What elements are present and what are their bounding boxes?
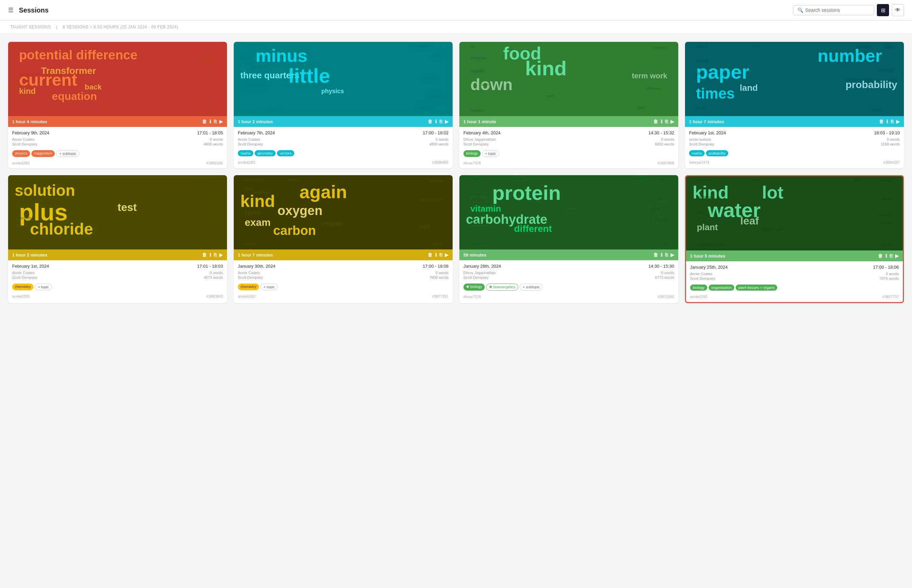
trash-icon[interactable]: 🗑 <box>653 119 658 124</box>
session-id: #3871550 <box>658 295 674 299</box>
student-words: 7908 words <box>429 275 449 279</box>
tag[interactable]: biology <box>690 284 707 291</box>
session-users: Dhruv Jagannathan 0 words Scott Dempsey … <box>463 271 674 279</box>
tag[interactable]: ✱ biology <box>463 284 485 291</box>
info-icon[interactable]: ℹ <box>886 119 888 124</box>
session-bar-icons: 🗑 ℹ ⎘ ▶ <box>428 119 449 124</box>
info-icon[interactable]: ℹ <box>435 119 437 124</box>
tag[interactable]: + subtopic <box>56 150 79 157</box>
tag[interactable]: probability <box>706 150 728 156</box>
play-icon[interactable]: ▶ <box>671 119 674 124</box>
search-input[interactable] <box>805 7 870 13</box>
tag[interactable]: chemistry <box>12 284 34 290</box>
play-icon[interactable]: ▶ <box>896 119 900 124</box>
play-icon[interactable]: ▶ <box>219 119 223 124</box>
session-meta: January 28th, 2024 14:30 - 15:30 Dhruv J… <box>459 260 678 281</box>
session-card-7[interactable]: kind water often down protein enzyme glu… <box>459 175 678 303</box>
info-icon[interactable]: ℹ <box>209 252 211 258</box>
session-date: February 7th, 2024 <box>238 130 275 136</box>
teacher-words: 0 words <box>210 271 223 275</box>
share-icon[interactable]: ⎘ <box>439 252 442 258</box>
tag[interactable]: + subtopic <box>520 284 543 291</box>
session-user-handle: dhruv7576 <box>463 161 481 165</box>
tag[interactable]: biology <box>463 150 481 157</box>
header: ☰ Sessions 🔍 ⊞ 👁 <box>0 0 912 21</box>
list-view-button[interactable]: 👁 <box>892 4 904 16</box>
teacher-words: 0 words <box>886 272 899 276</box>
tag[interactable]: + topic <box>482 150 499 157</box>
session-tags: ✱ biology✱ bioenergetics+ subtopic <box>459 281 678 293</box>
session-card-1[interactable]: magnetic field electron potential differ… <box>8 42 227 168</box>
student-words: 6773 words <box>655 275 674 279</box>
tag[interactable]: magnetism <box>31 150 55 157</box>
share-icon[interactable]: ⎘ <box>665 252 668 258</box>
trash-icon[interactable]: 🗑 <box>878 253 883 258</box>
info-icon[interactable]: ℹ <box>661 252 663 258</box>
trash-icon[interactable]: 🗑 <box>202 252 207 258</box>
teacher-name: Annie Coates <box>12 137 34 141</box>
tag[interactable]: + topic <box>35 284 52 290</box>
share-icon[interactable]: ⎘ <box>214 252 217 258</box>
play-icon[interactable]: ▶ <box>445 119 449 124</box>
trash-icon[interactable]: 🗑 <box>428 252 433 258</box>
share-icon[interactable]: ⎘ <box>891 119 893 124</box>
session-student: Scott Dempsey 1198 words <box>689 142 900 146</box>
teacher-name: Annie Coates <box>690 272 713 276</box>
header-actions: ⊞ 👁 <box>877 4 904 16</box>
student-name: Scott Dempsey <box>463 142 489 146</box>
info-icon[interactable]: ℹ <box>209 119 211 124</box>
session-users: Annie Coates 0 words Scott Dempsey 4574 … <box>12 271 223 279</box>
session-date: February 9th, 2024 <box>12 130 49 136</box>
tag[interactable]: chemistry <box>238 284 259 290</box>
grid-view-button[interactable]: ⊞ <box>877 4 889 16</box>
session-card-6[interactable]: advantage metal bacteria again paper con… <box>234 175 453 303</box>
tag[interactable]: ✱ bioenergetics <box>486 284 518 291</box>
subheader: TAUGHT SESSIONS | 8 SESSIONS = 8.52 HOUR… <box>0 21 912 34</box>
tag[interactable]: physics <box>12 150 30 157</box>
session-meta: January 25th, 2024 17:00 - 18:06 Annie C… <box>686 261 903 282</box>
student-name: Scott Dempsey <box>689 142 714 146</box>
session-id: #3877351 <box>432 294 449 298</box>
info-icon[interactable]: ℹ <box>885 253 887 258</box>
tag[interactable]: organisation <box>709 284 734 291</box>
info-icon[interactable]: ℹ <box>661 119 663 124</box>
play-icon[interactable]: ▶ <box>895 253 899 258</box>
session-meta: February 7th, 2024 17:00 - 18:02 Annie C… <box>234 127 453 147</box>
tag[interactable]: + topic <box>261 284 278 290</box>
tag[interactable]: maths <box>238 150 253 156</box>
student-words: 4574 words <box>204 275 223 279</box>
tag[interactable]: vectors <box>277 150 294 156</box>
tag[interactable]: geometry <box>255 150 275 156</box>
wordcloud: magnetic field electron potential differ… <box>8 42 227 116</box>
trash-icon[interactable]: 🗑 <box>202 119 207 124</box>
session-card-5[interactable]: hydrochloric acid mark solution ions aci… <box>8 175 227 303</box>
tag[interactable]: maths <box>689 150 705 156</box>
teacher-words: 0 words <box>436 137 449 141</box>
session-date-time: February 1st, 2024 17:01 - 18:03 <box>12 263 223 269</box>
wordcloud: hydrochloric acid mark solution ions aci… <box>8 175 227 249</box>
session-card-3[interactable]: lot food produce enzyme kind down again … <box>459 42 678 168</box>
session-users: Annie Coates 0 words Scott Dempsey 7476 … <box>690 272 899 281</box>
share-icon[interactable]: ⎘ <box>214 119 217 124</box>
trash-icon[interactable]: 🗑 <box>879 119 884 124</box>
trash-icon[interactable]: 🗑 <box>653 252 658 258</box>
play-icon[interactable]: ▶ <box>219 252 223 258</box>
session-card-8[interactable]: account change down leaf kind lot usuall… <box>685 175 904 303</box>
session-footer: annie6283 #3877351 <box>234 293 453 302</box>
student-words: 7476 words <box>880 276 899 281</box>
session-time: 17:01 - 18:03 <box>197 263 223 269</box>
play-icon[interactable]: ▶ <box>445 252 449 258</box>
student-words: 1198 words <box>881 142 900 146</box>
session-users: Annie Coates 0 words Scott Dempsey 4900 … <box>238 137 449 146</box>
session-tags: physicsmagnetism+ subtopic <box>8 147 227 160</box>
share-icon[interactable]: ⎘ <box>665 119 668 124</box>
menu-icon[interactable]: ☰ <box>8 6 13 14</box>
info-icon[interactable]: ℹ <box>435 252 437 258</box>
session-card-4[interactable]: diagrm spinner half work number focus pa… <box>685 42 904 168</box>
session-card-2[interactable]: common foundation minus route topic plus… <box>234 42 453 168</box>
share-icon[interactable]: ⎘ <box>439 119 442 124</box>
tag[interactable]: plant tissues + organs <box>736 284 777 291</box>
trash-icon[interactable]: 🗑 <box>428 119 433 124</box>
share-icon[interactable]: ⎘ <box>890 253 893 258</box>
play-icon[interactable]: ▶ <box>671 252 674 258</box>
